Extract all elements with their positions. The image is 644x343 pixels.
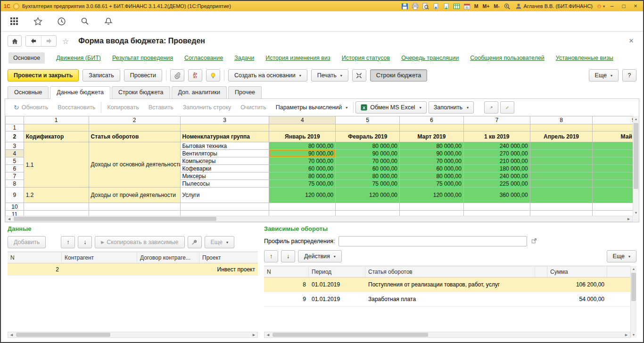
nav-link-set-visas[interactable]: Установленные визы — [556, 55, 613, 61]
value-cell[interactable]: 70 000,00 — [336, 157, 400, 165]
sheet-cell[interactable] — [593, 203, 633, 211]
value-cell[interactable]: 60 000,00 — [269, 165, 336, 172]
move-up-button[interactable]: ↑ — [61, 236, 75, 248]
scroll-thumb[interactable] — [634, 123, 638, 189]
value-cell[interactable]: 90 000,00 — [400, 150, 464, 157]
scroll-up-button[interactable]: ▲ — [631, 266, 636, 272]
row-number-cell[interactable]: 8 — [264, 278, 309, 292]
dependent-h-scrollbar[interactable]: ◀ ▶ — [264, 332, 630, 338]
search-icon[interactable] — [80, 16, 90, 26]
row-number-cell[interactable]: 2 — [8, 263, 62, 275]
column-header[interactable]: 9 — [593, 116, 633, 124]
sheet-cell[interactable] — [593, 211, 633, 216]
value-cell[interactable]: 60 000,00 — [336, 165, 400, 172]
home-button[interactable] — [8, 35, 22, 47]
memory-m-minus-button[interactable]: M- — [493, 3, 500, 9]
nav-link-approval[interactable]: Согласование — [184, 55, 223, 61]
save-icon[interactable] — [401, 2, 409, 10]
calc-params-button[interactable]: Параметры вычислений▾ — [272, 102, 352, 113]
zoom-icon[interactable] — [503, 2, 511, 10]
fill-button[interactable]: Заполнить▾ — [429, 101, 474, 114]
row-number-cell[interactable]: 9 — [264, 292, 309, 306]
scroll-thumb[interactable] — [272, 333, 428, 337]
contract-cell[interactable] — [137, 263, 199, 275]
minimize-button[interactable]: – — [607, 2, 617, 10]
sheet-cell[interactable] — [89, 211, 180, 216]
row-header[interactable]: 2 — [6, 131, 24, 142]
sheet-cell[interactable] — [530, 124, 593, 131]
favorite-star-button[interactable]: ☆ — [62, 37, 69, 46]
user-menu[interactable]: Аглачев В.В. (БИТ.ФИНАНС) — [513, 3, 594, 9]
sheet-cell[interactable] — [89, 124, 180, 131]
sheet-cell[interactable] — [530, 211, 593, 216]
data-pin-button[interactable] — [188, 236, 202, 248]
dep-move-up-button[interactable]: ↑ — [264, 250, 278, 262]
value-cell[interactable] — [593, 180, 633, 188]
value-cell[interactable] — [593, 188, 633, 203]
column-header[interactable]: N — [8, 252, 62, 263]
column-header[interactable]: 1 — [24, 116, 89, 124]
column-header[interactable]: Период — [309, 266, 365, 277]
sheet-cell[interactable] — [400, 211, 464, 216]
month-header-cell[interactable]: Май 2019 — [593, 131, 633, 142]
tab-other[interactable]: Прочее — [228, 86, 262, 98]
clear-button[interactable]: Очистить — [237, 102, 270, 113]
column-header[interactable]: Проект — [199, 252, 258, 263]
value-cell[interactable]: 70 000,00 — [269, 157, 336, 165]
dependent-v-scrollbar[interactable]: ▲ ▼ — [630, 266, 636, 338]
column-header[interactable]: 7 — [463, 116, 530, 124]
nav-link-user-messages[interactable]: Сообщения пользователей — [470, 55, 545, 61]
sum-cell[interactable]: 106 200,00 — [547, 278, 607, 292]
import-file-icon[interactable] — [442, 2, 450, 10]
tab-main[interactable]: Основные — [8, 86, 49, 98]
table-icon[interactable] — [453, 2, 461, 10]
period-cell[interactable]: 01.01.2019 — [309, 278, 365, 292]
value-cell[interactable]: 80 000,00 — [336, 172, 400, 180]
sheet-cell[interactable] — [269, 124, 336, 131]
sheet-cell[interactable] — [463, 211, 530, 216]
value-cell[interactable]: 75 000,00 — [400, 180, 464, 188]
copy-to-dependent-button[interactable]: ▶Скопировать в зависимые — [95, 236, 184, 248]
flag-cell[interactable] — [535, 292, 547, 306]
row-header[interactable]: 9 — [6, 188, 24, 203]
codifier-cell[interactable]: 1.1 — [24, 142, 89, 188]
value-cell[interactable]: 75 000,00 — [269, 180, 336, 188]
write-button[interactable]: Записать — [83, 69, 120, 82]
forward-button[interactable] — [41, 36, 56, 46]
table-row[interactable]: 9 01.01.2019 Заработная плата 54 000,00 — [264, 292, 630, 307]
nav-link-movements[interactable]: Движения (БИТ) — [56, 55, 101, 61]
quarter-total-cell[interactable]: 240 000,00 — [463, 172, 530, 180]
help-button[interactable]: ? — [622, 69, 636, 82]
column-header[interactable]: 2 — [89, 116, 180, 124]
column-header[interactable]: 8 — [530, 116, 593, 124]
profile-input[interactable] — [339, 236, 527, 246]
sheet-cell[interactable] — [269, 203, 336, 211]
column-header[interactable]: Сумма — [547, 266, 607, 277]
scroll-right-button[interactable]: ▶ — [625, 216, 632, 221]
value-cell[interactable]: 80 000,00 — [269, 142, 336, 150]
tab-budget-data[interactable]: Данные бюджета — [50, 86, 110, 99]
article-cell[interactable]: Доходы от основной деятельности — [89, 142, 180, 188]
month-header-cell[interactable]: Февраль 2019 — [336, 131, 400, 142]
column-header[interactable]: 4 — [269, 116, 336, 124]
kontragent-cell[interactable] — [62, 263, 137, 275]
value-cell[interactable]: 75 000,00 — [336, 180, 400, 188]
column-header[interactable]: N — [264, 266, 309, 277]
column-header[interactable] — [535, 266, 547, 277]
value-cell[interactable] — [530, 150, 593, 157]
scroll-down-button[interactable]: ▼ — [631, 332, 636, 338]
postings-dtkt-button[interactable]: ДтКт — [188, 69, 202, 82]
value-cell[interactable]: 70 000,00 — [400, 157, 464, 165]
collapse-button[interactable] — [352, 69, 366, 82]
print-preview-icon[interactable] — [421, 2, 429, 10]
value-cell[interactable] — [530, 188, 593, 203]
sheet-corner[interactable] — [6, 116, 24, 124]
sheet-cell[interactable] — [180, 211, 269, 216]
sheet-v-scrollbar[interactable]: ▲ ▼ — [633, 116, 639, 216]
value-cell[interactable] — [530, 180, 593, 188]
notifications-bell-icon[interactable] — [104, 16, 113, 26]
form-close-button[interactable]: × — [626, 36, 636, 46]
nomenclature-cell[interactable]: Компьютеры — [180, 157, 269, 165]
month-header-cell[interactable]: Апрель 2019 — [530, 131, 593, 142]
quarter-total-cell[interactable]: 225 000,00 — [463, 180, 530, 188]
